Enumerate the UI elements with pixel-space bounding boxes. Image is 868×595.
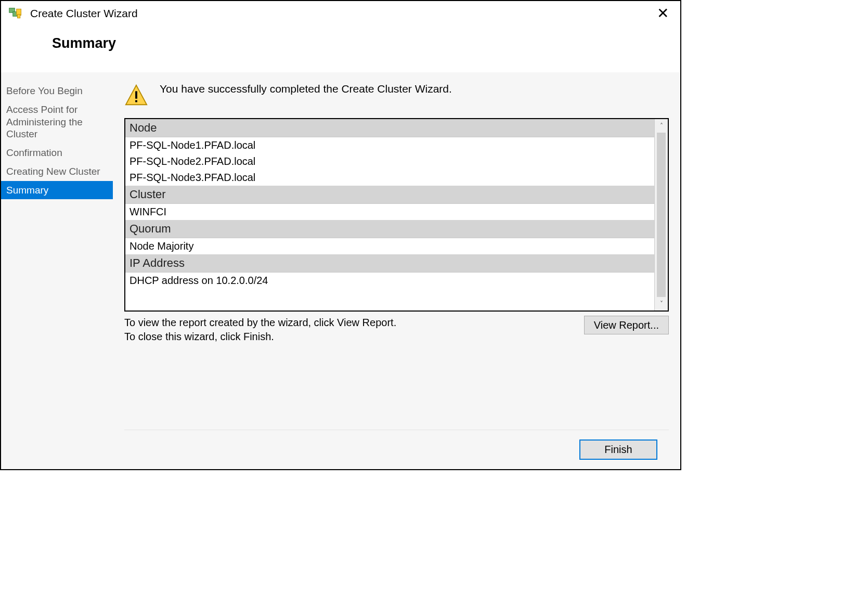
report-header-quorum: Quorum [125, 220, 654, 238]
report-header-cluster: Cluster [125, 186, 654, 204]
close-icon[interactable]: ✕ [653, 6, 673, 21]
wizard-body: Before You Begin Access Point for Admini… [1, 72, 680, 469]
report-value: PF-SQL-Node1.PFAD.local [125, 137, 654, 153]
page-title: Summary [52, 35, 680, 51]
report-header-node: Node [125, 119, 654, 137]
report-value: PF-SQL-Node2.PFAD.local [125, 153, 654, 170]
sidebar-item-creating-new-cluster[interactable]: Creating New Cluster [1, 162, 113, 181]
status-text: You have successfully completed the Crea… [160, 82, 452, 95]
report-header-ip-address: IP Address [125, 254, 654, 273]
svg-rect-5 [135, 91, 137, 98]
sidebar-item-summary[interactable]: Summary [1, 181, 113, 200]
hint-text: To view the report created by the wizard… [124, 316, 396, 344]
scrollbar-up-icon[interactable]: ˄ [655, 119, 668, 133]
scrollbar-down-icon[interactable]: ˅ [655, 297, 668, 311]
sidebar-item-access-point[interactable]: Access Point for Administering the Clust… [1, 100, 113, 144]
scrollbar-track[interactable] [657, 133, 666, 297]
wizard-steps-sidebar: Before You Begin Access Point for Admini… [1, 72, 113, 469]
warning-icon [124, 84, 148, 108]
view-report-button[interactable]: View Report... [584, 316, 669, 334]
finish-button[interactable]: Finish [579, 439, 657, 460]
summary-report-content: Node PF-SQL-Node1.PFAD.local PF-SQL-Node… [125, 119, 654, 311]
wizard-window: Create Cluster Wizard ✕ Summary Before Y… [0, 0, 681, 470]
report-scrollbar[interactable]: ˄ ˅ [654, 119, 668, 311]
sidebar-item-before-you-begin[interactable]: Before You Begin [1, 82, 113, 100]
svg-rect-6 [135, 100, 137, 102]
report-value: PF-SQL-Node3.PFAD.local [125, 170, 654, 186]
hint-line2: To close this wizard, click Finish. [124, 331, 274, 342]
wizard-header: Summary [1, 26, 680, 72]
summary-report-box: Node PF-SQL-Node1.PFAD.local PF-SQL-Node… [124, 118, 669, 312]
wizard-footer: Finish [124, 430, 669, 469]
status-row: You have successfully completed the Crea… [124, 82, 669, 108]
report-value: DHCP address on 10.2.0.0/24 [125, 273, 654, 289]
svg-rect-3 [18, 15, 20, 18]
sidebar-item-confirmation[interactable]: Confirmation [1, 144, 113, 162]
title-bar: Create Cluster Wizard ✕ [1, 1, 680, 26]
hint-row: To view the report created by the wizard… [124, 316, 669, 344]
wizard-main: You have successfully completed the Crea… [113, 72, 680, 469]
window-title: Create Cluster Wizard [30, 7, 138, 20]
wizard-icon [8, 6, 23, 21]
hint-line1: To view the report created by the wizard… [124, 317, 396, 328]
report-value: WINFCI [125, 204, 654, 220]
report-value: Node Majority [125, 238, 654, 254]
